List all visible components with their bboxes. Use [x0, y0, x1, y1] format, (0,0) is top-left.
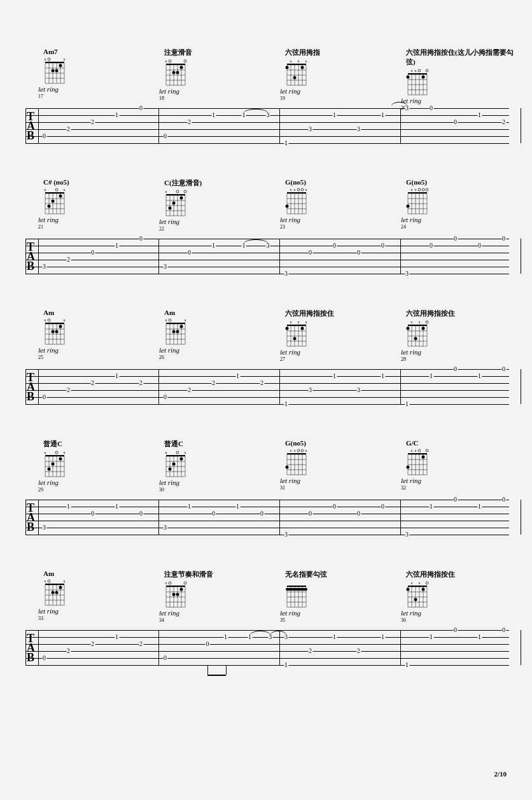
chord-diagram: xx: [164, 318, 187, 345]
measure-number: 18: [159, 95, 274, 101]
svg-text:x: x: [64, 57, 66, 61]
tab-staff: TAB32010301133000030000: [25, 239, 509, 280]
svg-text:x: x: [290, 188, 292, 192]
tab-note: 1: [429, 503, 433, 510]
tab-note: 0: [453, 235, 458, 242]
chord-name: 普通C: [43, 439, 153, 449]
let-ring-label: let ring: [401, 609, 515, 617]
svg-point-253: [301, 449, 304, 452]
let-ring-label: let ring: [280, 477, 395, 484]
tab-note: 0: [381, 503, 385, 510]
svg-text:x: x: [165, 318, 167, 322]
svg-point-109: [301, 188, 304, 191]
let-ring-label: let ring: [280, 216, 395, 223]
let-ring-label: let ring: [280, 87, 395, 95]
tab-note: 1: [66, 503, 71, 510]
svg-point-16: [55, 69, 59, 73]
svg-point-33: [180, 66, 183, 69]
tab-note: 2: [308, 648, 312, 654]
measure-number: 36: [401, 617, 515, 623]
chord-diagram: xx: [406, 449, 429, 475]
chord-block: Am xx let ring 26: [159, 309, 274, 360]
chord-diagram: xx: [43, 579, 66, 606]
svg-point-163: [169, 319, 171, 321]
svg-text:x: x: [411, 449, 413, 453]
svg-text:x: x: [64, 579, 66, 583]
chord-block: 注意节奏和滑音 x let ring 34: [159, 570, 274, 623]
tab-note: 3: [308, 126, 312, 132]
svg-point-231: [59, 458, 62, 461]
svg-rect-39: [287, 64, 306, 65]
chord-block: 普通C xx let ring 29: [38, 439, 153, 493]
tab-note: 0: [453, 627, 458, 633]
tab-note: 0: [90, 249, 95, 256]
svg-point-235: [176, 451, 179, 454]
svg-point-88: [52, 200, 55, 203]
svg-point-17: [52, 69, 55, 73]
tab-system: Am xx let ring 25 Am xx let ring 26 六弦用拇…: [25, 309, 509, 411]
tab-clef: TAB: [27, 242, 35, 271]
tab-note: 3: [308, 387, 312, 393]
svg-point-91: [176, 190, 179, 193]
chord-block: G(no5) xx let ring 24: [401, 178, 515, 230]
measure-number: 27: [280, 356, 395, 362]
svg-text:x: x: [45, 318, 46, 322]
svg-point-35: [172, 71, 176, 74]
svg-point-254: [297, 449, 300, 452]
measure-number: 30: [159, 487, 274, 493]
measure-number: 34: [159, 617, 274, 623]
chord-name: C# (no5): [43, 178, 153, 186]
let-ring-label: let ring: [38, 479, 153, 486]
chord-diagram: [285, 581, 308, 608]
tab-note: 0: [332, 503, 337, 510]
chord-block: C# (no5) xx let ring 21: [38, 178, 153, 230]
tab-note: 1: [477, 503, 482, 510]
svg-point-55: [418, 69, 421, 72]
svg-point-249: [180, 458, 183, 461]
tab-note: 0: [453, 496, 458, 503]
svg-point-177: [180, 325, 183, 328]
measure-number: 33: [38, 615, 153, 621]
tab-note: 0: [501, 627, 506, 633]
chord-diagram: xxx: [285, 449, 308, 475]
let-ring-label: let ring: [38, 216, 153, 223]
svg-point-323: [172, 593, 176, 596]
svg-point-233: [48, 468, 51, 471]
tab-note: 2: [139, 380, 143, 386]
svg-text:x: x: [305, 59, 307, 63]
tab-staff: TAB02210021131313130012: [25, 108, 509, 150]
let-ring-label: let ring: [38, 607, 153, 615]
tab-note: 1: [211, 242, 216, 249]
measure-number: 26: [159, 354, 274, 360]
tab-note: 1: [223, 634, 228, 640]
svg-rect-75: [45, 192, 64, 193]
svg-rect-165: [166, 323, 185, 324]
tab-note: 3: [405, 531, 409, 538]
tab-system: Am7 xx let ring 17 注意滑音 x let ring 18 六弦…: [25, 0, 509, 150]
tab-note: 1: [477, 634, 482, 640]
chord-block: 六弦用拇指按住 xxx let ring 27: [280, 309, 395, 362]
chord-diagram: xxx: [285, 320, 308, 347]
chord-name: G(no5): [285, 178, 395, 186]
chord-diagram: xx: [43, 318, 66, 345]
svg-point-213: [422, 327, 425, 330]
chord-block: G(no5) xxx let ring 31: [280, 439, 395, 491]
let-ring-label: let ring: [280, 609, 395, 617]
tab-note: 0: [139, 105, 143, 111]
svg-point-110: [297, 188, 300, 191]
svg-point-250: [172, 463, 176, 466]
svg-rect-201: [408, 325, 427, 326]
svg-text:x: x: [45, 579, 46, 583]
tab-page: Am7 xx let ring 17 注意滑音 x let ring 18 六弦…: [0, 0, 532, 800]
svg-point-106: [172, 202, 176, 205]
svg-text:x: x: [45, 451, 46, 454]
svg-point-251: [169, 468, 172, 471]
svg-rect-309: [166, 586, 185, 587]
svg-point-128: [418, 188, 421, 191]
svg-point-178: [176, 330, 179, 333]
tab-note: 1: [429, 373, 433, 379]
measure-number: 19: [280, 95, 395, 101]
svg-text:x: x: [305, 449, 307, 453]
tab-note: 0: [332, 242, 337, 249]
chord-name: 六弦用拇指按住: [406, 570, 515, 579]
